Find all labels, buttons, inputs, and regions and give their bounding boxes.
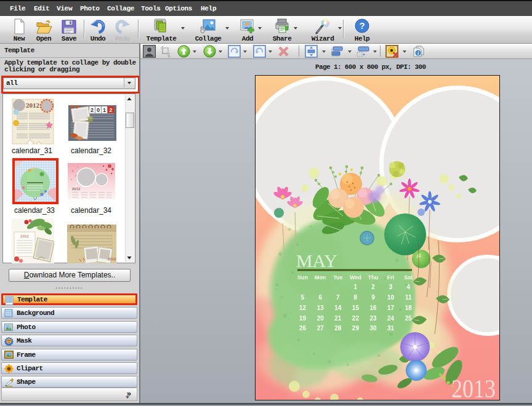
- svg-text:6: 6: [318, 294, 322, 301]
- svg-text:2012: 2012: [20, 234, 29, 238]
- svg-text:26: 26: [299, 325, 307, 332]
- svg-text:8: 8: [354, 294, 358, 301]
- svg-text:4: 4: [406, 284, 410, 290]
- svg-text:22: 22: [352, 315, 360, 322]
- svg-text:2012: 2012: [26, 102, 40, 109]
- svg-text:16: 16: [369, 304, 377, 311]
- svg-text:24: 24: [387, 315, 395, 322]
- svg-text:2: 2: [91, 107, 94, 113]
- svg-text:MAY: MAY: [296, 250, 337, 271]
- svg-text:31: 31: [387, 325, 395, 332]
- svg-text:Sun: Sun: [297, 274, 308, 281]
- svg-text:28: 28: [334, 325, 342, 332]
- svg-text:Thu: Thu: [368, 274, 379, 281]
- svg-text:15: 15: [352, 304, 360, 311]
- svg-text:2012: 2012: [72, 187, 81, 191]
- svg-text:Fri: Fri: [387, 274, 395, 281]
- svg-text:20: 20: [317, 315, 324, 322]
- svg-text:25: 25: [405, 315, 413, 322]
- svg-text:27: 27: [317, 325, 324, 332]
- svg-text:7: 7: [336, 294, 340, 301]
- svg-text:12: 12: [299, 304, 307, 311]
- svg-text:2012: 2012: [108, 257, 116, 261]
- svg-text:1: 1: [354, 284, 358, 290]
- svg-text:11: 11: [405, 294, 412, 301]
- svg-text:Sat: Sat: [404, 274, 413, 281]
- svg-text:3: 3: [389, 284, 393, 290]
- svg-text:2: 2: [371, 284, 375, 290]
- svg-text:?: ?: [359, 20, 365, 31]
- svg-text:10: 10: [387, 294, 395, 301]
- svg-text:18: 18: [405, 304, 413, 311]
- svg-text:29: 29: [352, 325, 360, 332]
- svg-text:19: 19: [299, 315, 307, 322]
- svg-text:1: 1: [103, 107, 106, 113]
- svg-text:13: 13: [317, 304, 324, 311]
- svg-text:Wed: Wed: [350, 274, 361, 281]
- svg-text:21: 21: [334, 315, 342, 322]
- svg-text:Tue: Tue: [333, 274, 342, 281]
- svg-text:23: 23: [369, 315, 377, 322]
- svg-text:2013: 2013: [451, 375, 496, 400]
- svg-text:30: 30: [369, 325, 377, 332]
- svg-text:14: 14: [334, 304, 342, 311]
- svg-text:17: 17: [387, 304, 395, 311]
- svg-text:0: 0: [97, 107, 100, 113]
- svg-text:2: 2: [109, 107, 112, 113]
- svg-text:Mon: Mon: [315, 274, 326, 281]
- svg-text:5: 5: [301, 294, 305, 301]
- svg-text:9: 9: [371, 294, 375, 301]
